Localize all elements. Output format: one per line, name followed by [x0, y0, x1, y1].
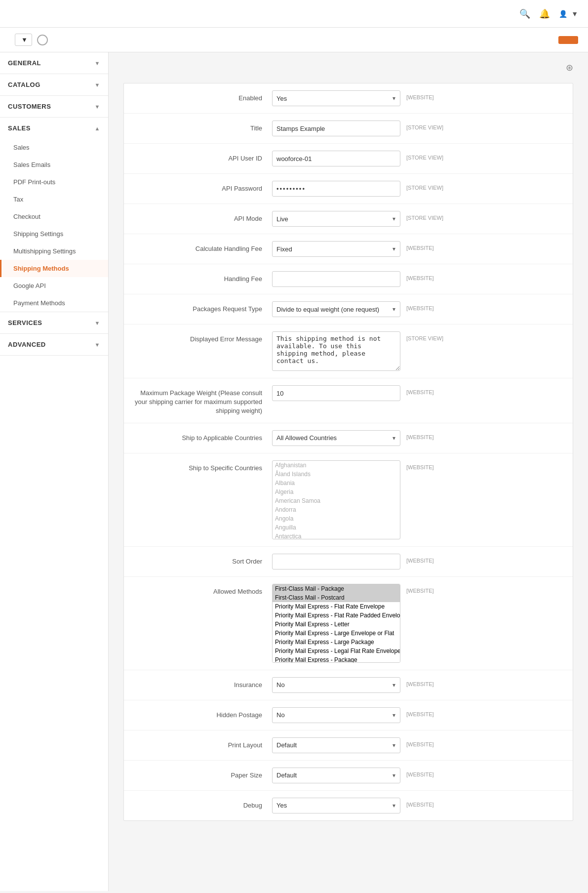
form-control-print_layout: Default[WEBSITE]	[272, 737, 563, 753]
form-row-paper_size: Paper SizeDefault[WEBSITE]	[124, 761, 573, 791]
sidebar-section-header-sales[interactable]: SALES▲	[0, 118, 108, 139]
form-label-sort_order: Sort Order	[134, 554, 272, 566]
select-hidden_postage[interactable]: NoYes	[272, 707, 400, 723]
select-paper_size[interactable]: Default	[272, 768, 400, 783]
form-label-packages_request_type: Packages Request Type	[134, 301, 272, 314]
select-ship_to_applicable_countries[interactable]: All Allowed CountriesSpecific Countries	[272, 430, 400, 446]
sidebar-section-catalog: CATALOG▼	[0, 74, 108, 96]
form-row-api_mode: API ModeLiveTest[STORE VIEW]	[124, 204, 573, 234]
sidebar-chevron-catalog: ▼	[95, 82, 100, 88]
country-item: Antarctica	[273, 532, 400, 539]
country-item: Åland Islands	[273, 470, 400, 479]
input-sort_order[interactable]	[272, 554, 400, 569]
form-row-hidden_postage: Hidden PostageNoYes[WEBSITE]	[124, 700, 573, 731]
sidebar-item-multishipping-settings[interactable]: Multishipping Settings	[0, 243, 108, 260]
sidebar-section-header-services[interactable]: SERVICES▼	[0, 312, 108, 333]
form-scope-ship_to_specific_countries: [WEBSITE]	[406, 460, 446, 470]
form-label-print_layout: Print Layout	[134, 737, 272, 750]
form-control-api_password: [STORE VIEW]	[272, 181, 563, 197]
form-label-ship_to_applicable_countries: Ship to Applicable Countries	[134, 430, 272, 443]
sidebar-item-payment-methods[interactable]: Payment Methods	[0, 294, 108, 312]
input-maximum_package_weight[interactable]	[272, 385, 400, 401]
sidebar-section-label-customers: CUSTOMERS	[8, 103, 51, 110]
sidebar-section-header-general[interactable]: GENERAL▼	[0, 52, 108, 74]
sidebar-item-shipping-settings[interactable]: Shipping Settings	[0, 225, 108, 243]
listbox-allowed_methods[interactable]: First-Class Mail - PackageFirst-Class Ma…	[272, 584, 400, 663]
form-label-api_mode: API Mode	[134, 211, 272, 223]
select-wrap-enabled: YesNo	[272, 90, 400, 106]
form-label-api_user_id: API User ID	[134, 151, 272, 163]
sidebar-section-label-advanced: ADVANCED	[8, 341, 46, 348]
select-api_mode[interactable]: LiveTest	[272, 211, 400, 227]
sidebar-chevron-general: ▼	[95, 60, 100, 66]
form-label-title: Title	[134, 121, 272, 133]
form-row-title: Title[STORE VIEW]	[124, 114, 573, 144]
input-api_password[interactable]	[272, 181, 400, 197]
form-label-api_password: API Password	[134, 181, 272, 193]
select-insurance[interactable]: NoYes	[272, 677, 400, 693]
store-view-bar: ▼	[0, 28, 588, 52]
sidebar-item-tax[interactable]: Tax	[0, 191, 108, 208]
top-header: 🔍 🔔 👤 ▼	[0, 0, 588, 28]
sidebar-item-checkout[interactable]: Checkout	[0, 208, 108, 225]
input-title[interactable]	[272, 121, 400, 136]
bell-icon[interactable]: 🔔	[539, 8, 550, 19]
select-packages_request_type[interactable]: Divide to equal weight (one request)Use …	[272, 301, 400, 317]
form-scope-insurance: [WEBSITE]	[406, 677, 446, 687]
sidebar-item-sales[interactable]: Sales	[0, 139, 108, 156]
store-view-select[interactable]: ▼	[15, 34, 32, 46]
sidebar-section-header-catalog[interactable]: CATALOG▼	[0, 74, 108, 95]
sidebar-section-label-sales: SALES	[8, 124, 31, 132]
search-icon[interactable]: 🔍	[519, 8, 530, 19]
sidebar-item-pdf-printouts[interactable]: PDF Print-outs	[0, 173, 108, 191]
form-control-sort_order: [WEBSITE]	[272, 554, 563, 569]
select-calculate_handling_fee[interactable]: FixedPercent	[272, 241, 400, 257]
sidebar-section-header-customers[interactable]: CUSTOMERS▼	[0, 96, 108, 117]
select-wrap-api_mode: LiveTest	[272, 211, 400, 227]
sidebar: GENERAL▼CATALOG▼CUSTOMERS▼SALES▲SalesSal…	[0, 52, 109, 891]
form-panel: EnabledYesNo[WEBSITE]Title[STORE VIEW]AP…	[123, 83, 573, 821]
form-control-hidden_postage: NoYes[WEBSITE]	[272, 707, 563, 723]
sidebar-chevron-services: ▼	[95, 320, 100, 326]
input-api_user_id[interactable]	[272, 151, 400, 166]
form-row-maximum_package_weight: Maximum Package Weight (Please consult y…	[124, 378, 573, 423]
collapse-icon[interactable]: ⊛	[566, 62, 573, 73]
form-scope-print_layout: [WEBSITE]	[406, 737, 446, 747]
sidebar-item-google-api[interactable]: Google API	[0, 277, 108, 294]
select-debug[interactable]: YesNo	[272, 798, 400, 813]
user-icon: 👤	[559, 10, 567, 18]
form-scope-displayed_error_message: [STORE VIEW]	[406, 331, 446, 341]
sidebar-item-sales-emails[interactable]: Sales Emails	[0, 156, 108, 173]
form-scope-handling_fee: [WEBSITE]	[406, 271, 446, 281]
admin-menu[interactable]: 👤 ▼	[559, 10, 578, 18]
form-control-insurance: NoYes[WEBSITE]	[272, 677, 563, 693]
form-row-packages_request_type: Packages Request TypeDivide to equal wei…	[124, 294, 573, 325]
form-row-handling_fee: Handling Fee[WEBSITE]	[124, 264, 573, 294]
sidebar-item-shipping-methods[interactable]: Shipping Methods	[0, 260, 108, 277]
admin-chevron-icon: ▼	[571, 10, 578, 18]
select-wrap-ship_to_applicable_countries: All Allowed CountriesSpecific Countries	[272, 430, 400, 446]
save-config-button[interactable]	[558, 36, 578, 44]
form-scope-packages_request_type: [WEBSITE]	[406, 301, 446, 311]
select-print_layout[interactable]: Default	[272, 737, 400, 753]
form-control-title: [STORE VIEW]	[272, 121, 563, 136]
main-layout: GENERAL▼CATALOG▼CUSTOMERS▼SALES▲SalesSal…	[0, 52, 588, 891]
countries-listbox[interactable]: AfghanistanÅland IslandsAlbaniaAlgeriaAm…	[272, 460, 400, 539]
form-row-sort_order: Sort Order[WEBSITE]	[124, 547, 573, 577]
sidebar-section-label-general: GENERAL	[8, 59, 41, 67]
form-row-print_layout: Print LayoutDefault[WEBSITE]	[124, 731, 573, 761]
help-icon[interactable]	[37, 35, 48, 45]
input-handling_fee[interactable]	[272, 271, 400, 287]
sidebar-chevron-customers: ▼	[95, 104, 100, 110]
sidebar-section-general: GENERAL▼	[0, 52, 108, 74]
sidebar-section-header-advanced[interactable]: ADVANCED▼	[0, 334, 108, 355]
form-row-allowed_methods: Allowed MethodsFirst-Class Mail - Packag…	[124, 577, 573, 670]
select-wrap-hidden_postage: NoYes	[272, 707, 400, 723]
form-row-api_password: API Password[STORE VIEW]	[124, 174, 573, 204]
form-control-debug: YesNo[WEBSITE]	[272, 798, 563, 813]
textarea-displayed_error_message[interactable]: This shipping method is not available. T…	[272, 331, 400, 371]
form-scope-hidden_postage: [WEBSITE]	[406, 707, 446, 717]
form-control-ship_to_applicable_countries: All Allowed CountriesSpecific Countries[…	[272, 430, 563, 446]
form-scope-enabled: [WEBSITE]	[406, 90, 446, 100]
select-enabled[interactable]: YesNo	[272, 90, 400, 106]
